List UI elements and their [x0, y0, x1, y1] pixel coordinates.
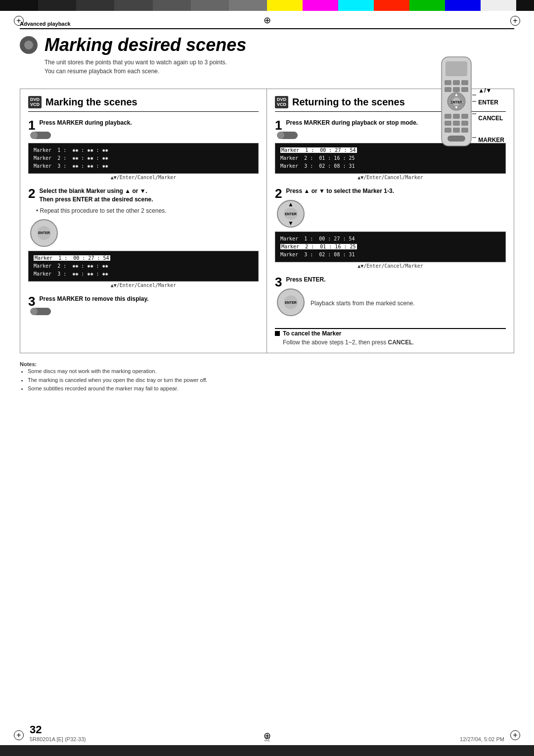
footer-left: 5R80201A [E] (P32-33) — [30, 736, 86, 742]
returning-step-3: 3 Press ENTER. ENTER Playback starts fro… — [275, 276, 506, 316]
r-step1-text: Press MARKER during playback or stop mod… — [286, 119, 418, 126]
r-step1-num: 1 — [275, 119, 282, 132]
svg-rect-23 — [461, 128, 468, 133]
marker-device-icon-1 — [32, 132, 51, 139]
svg-rect-15 — [445, 114, 451, 119]
svg-rect-7 — [461, 87, 468, 92]
svg-text:ENTER: ENTER — [450, 100, 462, 104]
section-title: Advanced playback — [20, 21, 71, 27]
remote-label-cancel: CANCEL — [478, 115, 504, 122]
step2-num: 2 — [28, 187, 35, 200]
svg-rect-17 — [461, 114, 468, 119]
remote-svg: ▲ ▼ ◄ ► ENTER — [437, 54, 476, 148]
note-item-3: Some subtitles recorded around the marke… — [28, 384, 514, 393]
step1-text: Press MARKER during playback. — [39, 119, 132, 126]
notes-section: Notes: Some discs may not work with the … — [20, 361, 514, 393]
r-step2-screen: Marker 1 : 00 : 27 : 54 Marker 2 : 01 : … — [275, 232, 506, 262]
notes-list: Some discs may not work with the marking… — [28, 367, 514, 393]
svg-rect-5 — [445, 87, 451, 92]
marker-device-icon-3 — [32, 308, 51, 315]
dvd-badge-left: DVD VCD — [28, 96, 42, 109]
svg-rect-19 — [453, 121, 460, 126]
step2-screen-left: Marker 1 : 00 : 27 : 54 Marker 2 : ✱✱ : … — [28, 251, 259, 282]
marking-header: DVD VCD Marking the scenes — [28, 96, 259, 112]
marking-step-3: 3 Press MARKER to remove this display. — [28, 295, 259, 315]
cancel-section: To cancel the Marker Follow the above st… — [275, 323, 506, 346]
svg-rect-20 — [461, 121, 468, 126]
footer-right: 12/27/04, 5:02 PM — [460, 736, 504, 742]
returning-step-2: 2 Press ▲ or ▼ to select the Marker 1-3.… — [275, 187, 506, 269]
enter-btn-left: ENTER — [30, 219, 58, 247]
notes-title: Notes: — [20, 361, 37, 367]
svg-rect-21 — [445, 128, 451, 133]
r-step1-screen-footer: ▲▼/Enter/Cancel/Marker — [275, 175, 506, 180]
center-crosshair-bottom: ⊕ — [264, 730, 271, 741]
r-step2-screen-footer: ▲▼/Enter/Cancel/Marker — [275, 263, 506, 269]
cancel-text: Follow the above steps 1~2, then press C… — [283, 339, 506, 346]
updown-nav-icon: ▲ ENTER ▼ — [277, 200, 305, 228]
enter-btn-right: ENTER — [277, 288, 305, 316]
remote-label-updown: ▲/▼ — [478, 87, 504, 94]
svg-rect-4 — [461, 80, 468, 85]
marking-column: DVD VCD Marking the scenes 1 Press MARKE… — [20, 89, 267, 353]
cancel-title: To cancel the Marker — [283, 330, 342, 337]
r-step3-num: 3 — [275, 276, 282, 288]
returning-title: Returning to the scenes — [292, 96, 405, 108]
cancel-header: To cancel the Marker — [275, 330, 506, 337]
cancel-square-bullet — [275, 331, 280, 336]
title-bullet — [20, 36, 38, 54]
reg-mark-top-right — [510, 16, 520, 26]
page-title: Marking desired scenes — [44, 35, 246, 55]
title-desc2: You can resume playback from each scene. — [44, 68, 159, 75]
marking-step-2: 2 Select the blank Marker using ▲ or ▼. … — [28, 187, 259, 287]
title-desc1: The unit stores the points that you want… — [44, 59, 227, 66]
svg-text:▼: ▼ — [454, 105, 459, 110]
remote-area: ▲ ▼ ◄ ► ENTER — [437, 54, 504, 148]
bottom-bar — [0, 745, 534, 756]
top-color-bar — [0, 0, 534, 11]
reg-mark-bottom-left — [14, 730, 24, 740]
reg-mark-bottom-right — [510, 730, 520, 740]
note-item-2: The marking is canceled when you open th… — [28, 376, 514, 385]
svg-rect-22 — [453, 128, 460, 133]
svg-rect-16 — [453, 114, 460, 119]
step3-text: Press MARKER to remove this display. — [39, 295, 148, 302]
dvd-badge-right: DVD VCD — [275, 96, 288, 109]
center-crosshair-top: ⊕ — [264, 15, 271, 26]
marker-device-icon-r1 — [279, 132, 298, 139]
r-step2-num: 2 — [275, 187, 282, 200]
step2-text2: Then press ENTER at the desired scene. — [39, 196, 153, 203]
remote-label-marker: MARKER — [478, 137, 504, 143]
note-item-1: Some discs may not work with the marking… — [28, 367, 514, 376]
svg-rect-2 — [445, 80, 451, 85]
r-step3-text: Press ENTER. — [286, 276, 325, 283]
marking-step-1: 1 Press MARKER during playback. Marker — [28, 119, 259, 180]
step1-screen-left: Marker 1 : ✱✱ : ✱✱ : ✱✱ Marker 2 : ✱✱ : … — [28, 143, 259, 174]
r-step3-subtext: Playback starts from the marked scene. — [311, 300, 415, 307]
r-step2-text: Press ▲ or ▼ to select the Marker 1-3. — [286, 188, 394, 194]
marking-title: Marking the scenes — [45, 96, 137, 108]
svg-rect-3 — [453, 80, 460, 85]
step1-screen-footer-left: ▲▼/Enter/Cancel/Marker — [28, 175, 259, 180]
svg-rect-18 — [445, 121, 451, 126]
reg-mark-top-left — [14, 16, 24, 26]
svg-rect-24 — [447, 136, 465, 142]
step2-screen-footer-left: ▲▼/Enter/Cancel/Marker — [28, 283, 259, 288]
svg-text:▲: ▲ — [454, 92, 459, 97]
page-number: 32 — [30, 723, 42, 736]
svg-rect-1 — [445, 61, 467, 76]
step2-bullet: Repeat this procedure to set the other 2… — [36, 207, 259, 215]
step2-text: Select the blank Marker using ▲ or ▼. — [39, 188, 147, 194]
step3-num: 3 — [28, 295, 35, 308]
step1-num: 1 — [28, 119, 35, 132]
svg-rect-6 — [453, 87, 460, 92]
remote-label-enter: ENTER — [478, 99, 504, 106]
